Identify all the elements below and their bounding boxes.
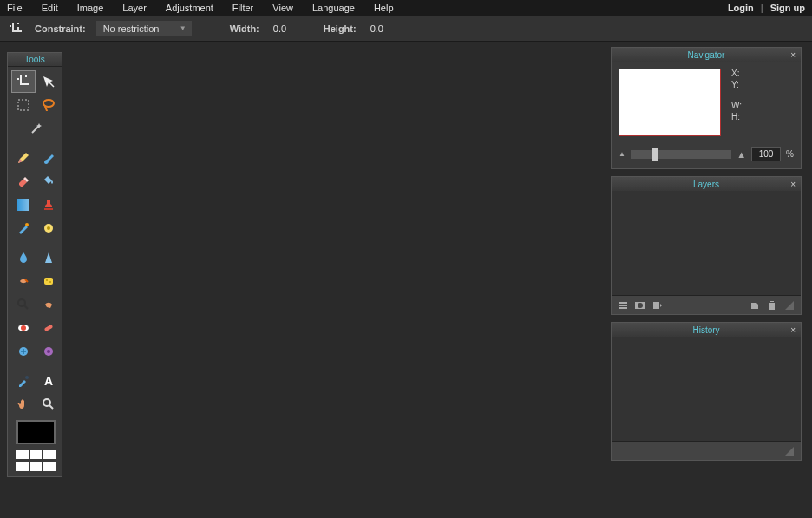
nav-w-label: W: bbox=[731, 101, 766, 110]
constraint-select[interactable]: No restriction ▼ bbox=[96, 21, 192, 36]
history-list[interactable] bbox=[612, 337, 801, 441]
height-input[interactable] bbox=[367, 22, 410, 36]
blur-tool[interactable] bbox=[11, 246, 36, 269]
menubar-left: File Edit Image Layer Adjustment Filter … bbox=[7, 3, 394, 13]
history-header: History × bbox=[612, 323, 801, 337]
svg-point-1 bbox=[43, 100, 54, 107]
smudge-tool[interactable] bbox=[11, 270, 36, 292]
navigator-header: Navigator × bbox=[612, 48, 801, 62]
sponge-tool[interactable] bbox=[36, 270, 61, 292]
lasso-tool[interactable] bbox=[36, 94, 61, 116]
nav-x-label: X: bbox=[731, 69, 766, 78]
menu-edit[interactable]: Edit bbox=[42, 3, 58, 13]
svg-text:A: A bbox=[44, 374, 53, 388]
draw-tool[interactable] bbox=[36, 217, 61, 239]
navigator-panel: Navigator × X: Y: W: H: ▲ ▲ 100 % bbox=[611, 47, 802, 169]
tools-panel-title: Tools bbox=[8, 53, 62, 67]
layers-footer bbox=[612, 295, 801, 314]
pinch-tool[interactable] bbox=[36, 340, 61, 363]
layers-list[interactable] bbox=[612, 191, 801, 295]
svg-rect-2 bbox=[17, 199, 29, 211]
svg-rect-25 bbox=[653, 302, 659, 309]
zoom-in-icon[interactable]: ▲ bbox=[737, 149, 746, 160]
move-tool[interactable] bbox=[36, 70, 61, 93]
colorreplace-tool[interactable] bbox=[11, 217, 36, 239]
options-toolbar: Constraint: No restriction ▼ Width: Heig… bbox=[0, 16, 812, 42]
stamp-tool[interactable] bbox=[36, 193, 61, 216]
svg-point-9 bbox=[49, 281, 51, 283]
eraser-tool[interactable] bbox=[11, 170, 36, 193]
height-label: Height: bbox=[324, 23, 357, 34]
brush-tool[interactable] bbox=[36, 147, 61, 169]
resize-icon[interactable] bbox=[783, 299, 796, 311]
marquee-tool[interactable] bbox=[11, 94, 36, 116]
divider: | bbox=[761, 3, 763, 13]
pencil-tool[interactable] bbox=[11, 147, 36, 169]
menubar: File Edit Image Layer Adjustment Filter … bbox=[0, 0, 812, 16]
tools-panel: Tools bbox=[7, 52, 62, 477]
svg-point-4 bbox=[25, 223, 29, 226]
svg-rect-7 bbox=[44, 278, 53, 285]
svg-rect-20 bbox=[619, 302, 627, 304]
zoom-tool[interactable] bbox=[36, 393, 61, 416]
layers-header: Layers × bbox=[612, 177, 801, 191]
hand-tool[interactable] bbox=[11, 393, 36, 416]
heal-tool[interactable] bbox=[36, 317, 61, 339]
menu-adjustment[interactable]: Adjustment bbox=[166, 3, 213, 13]
redeye-tool[interactable] bbox=[11, 317, 36, 339]
nav-h-label: H: bbox=[731, 112, 766, 121]
menu-view[interactable]: View bbox=[272, 3, 293, 13]
svg-rect-0 bbox=[18, 100, 29, 110]
resize-icon[interactable] bbox=[783, 445, 796, 457]
zoom-out-icon[interactable]: ▲ bbox=[619, 150, 625, 158]
bloat-tool[interactable] bbox=[11, 340, 36, 363]
burn-tool[interactable] bbox=[36, 293, 61, 316]
bucket-tool[interactable] bbox=[36, 170, 61, 193]
login-link[interactable]: Login bbox=[728, 3, 754, 13]
colorpicker-tool[interactable] bbox=[11, 370, 36, 392]
crop-tool-icon bbox=[7, 20, 24, 37]
width-input[interactable] bbox=[270, 22, 313, 36]
layer-style-icon[interactable] bbox=[652, 299, 664, 311]
sharpen-tool[interactable] bbox=[36, 246, 61, 269]
zoom-value[interactable]: 100 bbox=[751, 147, 781, 161]
swatch[interactable] bbox=[43, 450, 56, 459]
svg-point-16 bbox=[47, 350, 50, 353]
close-icon[interactable]: × bbox=[790, 50, 796, 60]
signup-link[interactable]: Sign up bbox=[770, 3, 805, 13]
dodge-tool[interactable] bbox=[11, 293, 36, 316]
wand-tool[interactable] bbox=[11, 117, 61, 140]
menu-image[interactable]: Image bbox=[77, 3, 104, 13]
swatch[interactable] bbox=[30, 462, 43, 471]
menu-filter[interactable]: Filter bbox=[232, 3, 253, 13]
swatch[interactable] bbox=[30, 450, 43, 459]
menu-help[interactable]: Help bbox=[374, 3, 394, 13]
swatch[interactable] bbox=[16, 450, 29, 459]
gradient-tool[interactable] bbox=[11, 193, 36, 216]
zoom-slider[interactable] bbox=[631, 150, 731, 159]
svg-rect-21 bbox=[619, 305, 627, 306]
foreground-color[interactable] bbox=[16, 420, 56, 444]
navigator-preview[interactable] bbox=[619, 69, 721, 136]
layer-mask-icon[interactable] bbox=[634, 299, 646, 311]
swatch[interactable] bbox=[43, 462, 56, 471]
nav-y-label: Y: bbox=[731, 80, 766, 89]
type-tool[interactable]: A bbox=[36, 370, 61, 392]
swatch[interactable] bbox=[16, 462, 29, 471]
menu-layer[interactable]: Layer bbox=[122, 3, 147, 13]
width-label: Width: bbox=[230, 23, 259, 34]
layer-settings-icon[interactable] bbox=[617, 299, 629, 311]
history-panel: History × bbox=[611, 322, 802, 461]
menu-file[interactable]: File bbox=[7, 3, 23, 13]
svg-rect-22 bbox=[619, 307, 627, 309]
close-icon[interactable]: × bbox=[790, 180, 796, 189]
workspace: Tools bbox=[0, 42, 812, 518]
svg-point-6 bbox=[47, 226, 50, 230]
menu-language[interactable]: Language bbox=[312, 3, 355, 13]
delete-layer-icon[interactable] bbox=[766, 299, 778, 311]
history-title: History bbox=[692, 325, 719, 335]
zoom-percent: % bbox=[786, 149, 794, 159]
new-layer-icon[interactable] bbox=[749, 299, 761, 311]
close-icon[interactable]: × bbox=[790, 325, 796, 335]
crop-tool[interactable] bbox=[11, 70, 36, 93]
